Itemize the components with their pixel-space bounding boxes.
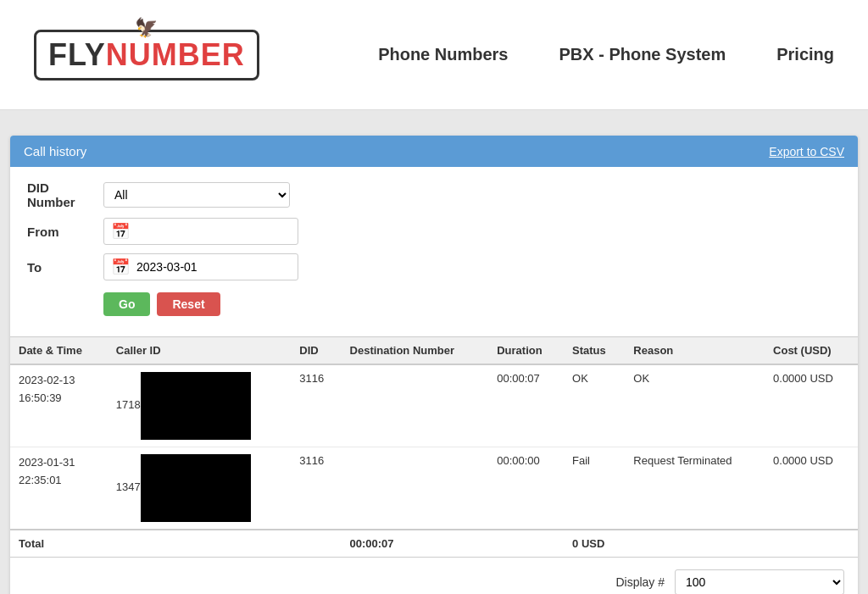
- total-label: Total: [10, 530, 108, 558]
- call-history-header: Call history Export to CSV: [10, 136, 858, 167]
- cell-datetime: 2023-01-31 22:35:01: [10, 447, 108, 530]
- did-select[interactable]: All: [103, 182, 290, 208]
- page-header: 🦅 FLYNUMBER Phone Numbers PBX - Phone Sy…: [0, 0, 868, 110]
- total-duration-cell: [488, 530, 564, 558]
- call-history-table: Date & Time Caller ID DID Destination Nu…: [10, 336, 858, 558]
- cell-duration: 00:00:07: [488, 364, 564, 447]
- cell-reason: OK: [625, 364, 765, 447]
- did-filter-row: DID Number All: [27, 180, 841, 209]
- cell-caller-id: 1718: [108, 364, 292, 447]
- call-history-title: Call history: [24, 144, 86, 158]
- caller-id-prefix: 1718: [116, 398, 141, 411]
- total-did: [291, 530, 341, 558]
- cell-destination: [342, 364, 489, 447]
- table-header-row: Date & Time Caller ID DID Destination Nu…: [10, 337, 858, 365]
- logo-number-text: NUMBER: [106, 37, 245, 72]
- logo-fly-text: FLY: [48, 37, 106, 72]
- from-label: From: [27, 225, 95, 239]
- to-filter-row: To 📅: [27, 253, 841, 280]
- cell-status: Fail: [564, 447, 625, 530]
- total-destination: 00:00:07: [342, 530, 489, 558]
- redacted-block: [141, 454, 251, 522]
- table-total-row: Total 00:00:07 0 USD: [10, 530, 858, 558]
- display-label: Display #: [615, 575, 665, 589]
- cell-time: 22:35:01: [19, 472, 99, 490]
- total-status: 0 USD: [564, 530, 625, 558]
- calendar-from-icon[interactable]: 📅: [111, 222, 130, 241]
- calendar-to-icon[interactable]: 📅: [111, 258, 130, 276]
- col-reason: Reason: [625, 337, 765, 365]
- cell-date: 2023-02-13: [19, 372, 99, 390]
- cell-duration: 00:00:00: [488, 447, 564, 530]
- filter-buttons-row: Go Reset: [27, 289, 841, 323]
- col-cost: Cost (USD): [765, 337, 858, 365]
- cell-time: 16:50:39: [19, 390, 99, 408]
- cell-did: 3116: [291, 447, 341, 530]
- did-label: DID Number: [27, 180, 95, 209]
- to-date-wrap: 📅: [103, 253, 298, 280]
- cell-destination: [342, 447, 489, 530]
- filters-section: DID Number All From 📅 To 📅 Go Reset: [10, 167, 858, 336]
- reset-button[interactable]: Reset: [157, 292, 220, 316]
- cell-reason: Request Terminated: [625, 447, 765, 530]
- col-caller-id: Caller ID: [108, 337, 292, 365]
- logo-area: 🦅 FLYNUMBER: [34, 30, 259, 80]
- nav-pricing[interactable]: Pricing: [776, 45, 834, 64]
- cell-cost: 0.0000 USD: [765, 364, 858, 447]
- from-date-input[interactable]: [136, 225, 272, 238]
- wings-icon: 🦅: [135, 17, 158, 39]
- cell-datetime: 2023-02-13 16:50:39: [10, 364, 108, 447]
- to-label: To: [27, 260, 95, 275]
- table-row: 2023-01-31 22:35:01 1347 3116 00:00:00 F…: [10, 447, 858, 530]
- from-date-wrap: 📅: [103, 218, 298, 245]
- total-cost: [765, 530, 858, 558]
- display-row: Display # 100 10 25 50 250: [10, 558, 858, 594]
- table-row: 2023-02-13 16:50:39 1718 3116 00:00:07 O…: [10, 364, 858, 447]
- col-status: Status: [564, 337, 625, 365]
- go-button[interactable]: Go: [103, 292, 150, 316]
- from-filter-row: From 📅: [27, 218, 841, 245]
- total-caller: [108, 530, 292, 558]
- to-date-input[interactable]: [136, 260, 272, 274]
- cell-caller-id: 1347: [108, 447, 292, 530]
- cell-status: OK: [564, 364, 625, 447]
- cell-date: 2023-01-31: [19, 454, 99, 472]
- col-datetime: Date & Time: [10, 337, 108, 365]
- display-select[interactable]: 100 10 25 50 250: [675, 569, 844, 594]
- col-did: DID: [291, 337, 341, 365]
- nav-pbx[interactable]: PBX - Phone System: [559, 45, 726, 64]
- cell-cost: 0.0000 USD: [765, 447, 858, 530]
- cell-did: 3116: [291, 364, 341, 447]
- col-destination: Destination Number: [342, 337, 489, 365]
- main-content: Call history Export to CSV DID Number Al…: [10, 136, 858, 594]
- export-csv-button[interactable]: Export to CSV: [769, 145, 844, 158]
- main-nav: Phone Numbers PBX - Phone System Pricing: [378, 45, 834, 64]
- logo-box: 🦅 FLYNUMBER: [34, 30, 259, 80]
- caller-id-prefix: 1347: [116, 480, 141, 493]
- redacted-block: [141, 372, 251, 440]
- nav-phone-numbers[interactable]: Phone Numbers: [378, 45, 508, 64]
- total-reason: [625, 530, 765, 558]
- col-duration: Duration: [488, 337, 564, 365]
